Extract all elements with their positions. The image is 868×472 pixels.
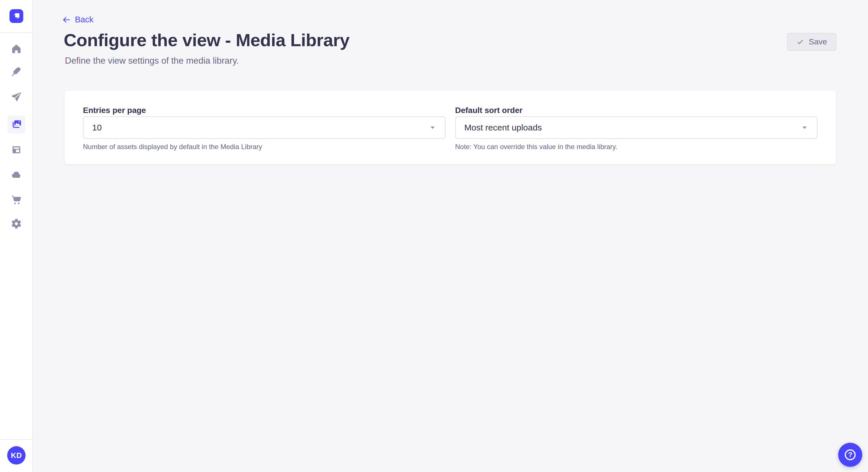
app-logo[interactable] — [9, 9, 23, 23]
media-library-icon — [11, 119, 22, 130]
chevron-down-icon — [429, 124, 436, 131]
check-icon — [797, 38, 804, 45]
paper-plane-icon — [11, 92, 22, 103]
sidebar-item-media-library[interactable] — [7, 115, 25, 133]
back-label: Back — [75, 15, 93, 24]
default-sort-order-value: Most recent uploads — [464, 123, 542, 133]
arrow-left-icon — [62, 15, 71, 24]
default-sort-order-hint: Note: You can override this value in the… — [455, 143, 818, 151]
cart-icon — [11, 194, 22, 206]
page-title: Configure the view - Media Library — [64, 30, 350, 50]
default-sort-order-label: Default sort order — [455, 106, 818, 115]
sidebar-item-home[interactable] — [7, 40, 25, 58]
view-settings-card: Entries per page 10 Number of assets dis… — [65, 91, 836, 164]
strapi-logo-icon — [9, 9, 23, 23]
sidebar-item-content-manager[interactable] — [7, 63, 25, 80]
page-subtitle: Define the view settings of the media li… — [65, 56, 239, 66]
save-label: Save — [809, 37, 827, 46]
user-avatar[interactable]: KD — [7, 446, 26, 465]
cloud-icon — [11, 169, 22, 180]
entries-per-page-select[interactable]: 10 — [83, 116, 445, 139]
sidebar-item-settings[interactable] — [7, 215, 25, 233]
default-sort-order-select[interactable]: Most recent uploads — [455, 116, 818, 139]
feather-icon — [11, 66, 22, 77]
sidebar-item-releases[interactable] — [7, 89, 25, 106]
sidebar-item-marketplace[interactable] — [7, 191, 25, 209]
entries-per-page-field: Entries per page 10 Number of assets dis… — [83, 106, 445, 151]
chevron-down-icon — [801, 124, 808, 131]
help-button[interactable]: ? — [838, 443, 862, 467]
sidebar: KD — [0, 0, 33, 472]
entries-per-page-label: Entries per page — [83, 106, 445, 115]
sidebar-item-cloud[interactable] — [7, 166, 25, 183]
question-mark-icon: ? — [845, 449, 856, 460]
default-sort-order-field: Default sort order Most recent uploads N… — [455, 106, 818, 151]
sidebar-divider — [0, 32, 32, 33]
home-icon — [11, 43, 22, 55]
back-link[interactable]: Back — [62, 15, 93, 24]
save-button[interactable]: Save — [787, 33, 836, 51]
sidebar-divider — [0, 439, 32, 440]
entries-per-page-hint: Number of assets displayed by default in… — [83, 143, 445, 151]
sidebar-item-content-type-builder[interactable] — [7, 141, 25, 159]
entries-per-page-value: 10 — [92, 123, 102, 133]
gear-icon — [11, 218, 22, 229]
layout-icon — [11, 144, 22, 156]
